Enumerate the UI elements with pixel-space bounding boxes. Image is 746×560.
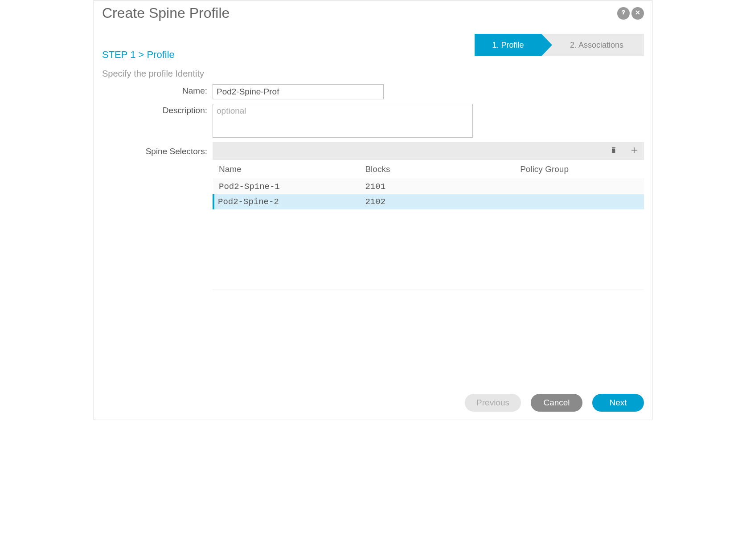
selectors-toolbar <box>213 142 644 160</box>
table-row[interactable]: Pod2-Spine-1 2101 <box>213 179 644 195</box>
cell-name: Pod2-Spine-2 <box>213 194 360 209</box>
subheading: Specify the profile Identity <box>102 69 644 79</box>
close-icon <box>634 9 641 18</box>
cell-policy-group <box>515 194 644 209</box>
cell-blocks: 2101 <box>360 179 515 195</box>
svg-text:?: ? <box>622 9 625 16</box>
next-button[interactable]: Next <box>592 394 644 412</box>
description-input[interactable] <box>213 104 473 138</box>
description-label: Description: <box>102 104 213 115</box>
create-spine-profile-dialog: Create Spine Profile ? 1. Profile 2. Ass… <box>94 0 652 420</box>
wizard-step-profile[interactable]: 1. Profile <box>475 34 541 56</box>
dialog-footer: Previous Cancel Next <box>102 386 644 412</box>
previous-button[interactable]: Previous <box>465 394 521 412</box>
dialog-title: Create Spine Profile <box>102 5 230 21</box>
close-button[interactable] <box>631 7 644 20</box>
col-header-blocks[interactable]: Blocks <box>360 160 515 179</box>
col-header-policy-group[interactable]: Policy Group <box>515 160 644 179</box>
selectors-table-wrap: Name Blocks Policy Group Pod2-Spine-1 21… <box>213 160 644 209</box>
header-icons: ? <box>617 7 644 20</box>
help-icon: ? <box>620 9 627 18</box>
cell-name: Pod2-Spine-1 <box>213 179 360 195</box>
add-selector-button[interactable] <box>630 147 639 155</box>
section-divider <box>213 290 644 290</box>
wizard-step-associations-label: 2. Associations <box>570 41 623 50</box>
dialog-header: Create Spine Profile ? <box>102 5 644 21</box>
cell-blocks: 2102 <box>360 194 515 209</box>
name-label: Name: <box>102 84 213 96</box>
cancel-button[interactable]: Cancel <box>531 394 582 412</box>
selectors-table: Name Blocks Policy Group Pod2-Spine-1 21… <box>213 160 644 209</box>
delete-selector-button[interactable] <box>609 147 618 155</box>
wizard-step-associations[interactable]: 2. Associations <box>541 34 644 56</box>
plus-icon <box>630 146 638 156</box>
spine-selectors-label: Spine Selectors: <box>102 142 213 156</box>
col-header-name[interactable]: Name <box>213 160 360 179</box>
help-button[interactable]: ? <box>617 7 630 20</box>
table-row[interactable]: Pod2-Spine-2 2102 <box>213 194 644 209</box>
name-input[interactable] <box>213 84 384 99</box>
trash-icon <box>610 146 618 156</box>
cell-policy-group <box>515 179 644 195</box>
form-area: Name: Description: Spine Selectors: <box>102 84 644 290</box>
wizard-step-profile-label: 1. Profile <box>492 41 524 50</box>
